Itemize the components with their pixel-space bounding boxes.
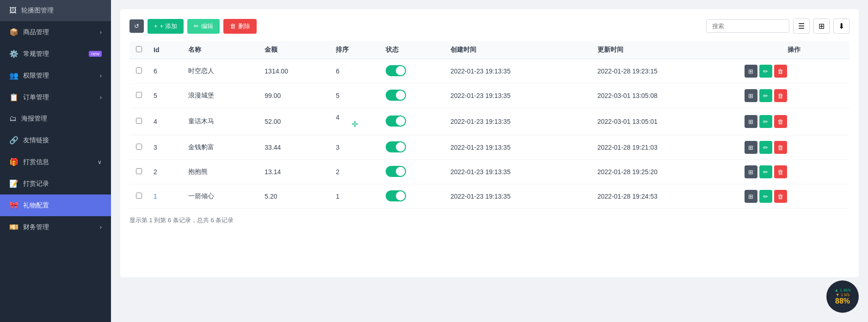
row-edit-button[interactable]: ✏	[759, 89, 772, 102]
row-amount: 13.14	[259, 160, 330, 184]
search-input[interactable]	[706, 19, 789, 33]
trash-icon: 🗑	[230, 23, 236, 30]
detail-button[interactable]: ⊞	[745, 89, 757, 102]
row-edit-button[interactable]: ✏	[759, 190, 772, 203]
row-delete-button[interactable]: 🗑	[774, 141, 787, 154]
row-created: 2022-01-23 19:13:35	[445, 59, 592, 84]
row-amount: 5.20	[259, 184, 330, 209]
row-checkbox[interactable]	[136, 168, 142, 174]
sidebar-item-label: 海报管理	[21, 115, 47, 123]
sidebar-item-label: 商品管理	[23, 28, 49, 36]
sidebar-item-label: 礼物配置	[23, 201, 49, 210]
toolbar: ↺ + + 添加 ✏ 编辑 🗑 删除 ☰ ⊞ ⬇	[129, 18, 850, 34]
chevron-right-icon: ›	[100, 73, 102, 79]
sidebar-item-banner[interactable]: 🖼 轮播图管理	[0, 0, 111, 21]
sidebar-item-label: 轮播图管理	[21, 6, 54, 15]
detail-button[interactable]: ⊞	[745, 115, 757, 128]
edit-button[interactable]: ✏ 编辑	[187, 19, 220, 34]
row-name: 浪漫城堡	[183, 84, 259, 108]
sidebar-item-friend-link[interactable]: 🔗 友情链接	[0, 129, 111, 151]
row-delete-button[interactable]: 🗑	[774, 65, 787, 78]
row-amount: 33.44	[259, 135, 330, 160]
sidebar-item-reward-record[interactable]: 📝 打赏记录	[0, 173, 111, 194]
sidebar-item-label: 常规管理	[23, 50, 49, 58]
export-button[interactable]: ⬇	[833, 18, 850, 34]
data-table: Id 名称 金额 排序 状态 创建时间 更新时间 操作 6 时空恋人 131	[129, 41, 850, 209]
row-name: 抱抱熊	[183, 160, 259, 184]
content-area: ↺ + + 添加 ✏ 编辑 🗑 删除 ☰ ⊞ ⬇	[111, 0, 868, 322]
row-id: 3	[148, 135, 183, 160]
row-delete-button[interactable]: 🗑	[774, 190, 787, 203]
row-status	[380, 184, 445, 209]
chevron-down-icon: ∨	[98, 159, 102, 165]
detail-button[interactable]: ⊞	[745, 141, 757, 154]
sidebar-item-reward-info[interactable]: 🎁 打赏信息 ∨	[0, 151, 111, 173]
add-button[interactable]: + + 添加	[148, 19, 184, 34]
card: ↺ + + 添加 ✏ 编辑 🗑 删除 ☰ ⊞ ⬇	[120, 9, 859, 277]
row-edit-button[interactable]: ✏	[759, 115, 772, 128]
row-status	[380, 160, 445, 184]
sidebar-item-general[interactable]: ⚙️ 常规管理 new	[0, 43, 111, 65]
row-checkbox-cell	[129, 108, 148, 135]
banner-icon: 🖼	[9, 6, 17, 15]
status-toggle[interactable]	[386, 115, 406, 127]
detail-button[interactable]: ⊞	[745, 190, 757, 203]
status-toggle[interactable]	[386, 65, 406, 76]
row-checkbox[interactable]	[136, 193, 142, 199]
sidebar-item-gift-config[interactable]: 🎀 礼物配置	[0, 194, 111, 216]
table-row: 3 金钱豹富 33.44 3 2022-01-23 19:13:35 2022-…	[129, 135, 850, 160]
row-id: 2	[148, 160, 183, 184]
permission-icon: 👥	[9, 71, 18, 80]
sidebar-item-label: 权限管理	[23, 72, 49, 80]
sidebar-item-label: 财务管理	[23, 223, 49, 231]
select-all-checkbox[interactable]	[136, 46, 142, 52]
table-body: 6 时空恋人 1314.00 6 2022-01-23 19:13:35 202…	[129, 59, 850, 209]
refresh-button[interactable]: ↺	[129, 19, 144, 33]
row-updated: 2022-01-28 19:23:15	[592, 59, 739, 84]
detail-button[interactable]: ⊞	[745, 165, 757, 178]
row-checkbox[interactable]	[136, 67, 142, 73]
row-checkbox[interactable]	[136, 144, 142, 150]
row-delete-button[interactable]: 🗑	[774, 89, 787, 102]
row-checkbox[interactable]	[136, 118, 142, 124]
row-checkbox-cell	[129, 160, 148, 184]
row-actions: ⊞ ✏ 🗑	[739, 108, 850, 135]
row-checkbox[interactable]	[136, 92, 142, 98]
select-all-header	[129, 41, 148, 59]
row-checkbox-cell	[129, 59, 148, 84]
row-name: 童话木马	[183, 108, 259, 135]
row-status	[380, 108, 445, 135]
col-name: 名称	[183, 41, 259, 59]
row-name: 时空恋人	[183, 59, 259, 84]
gift-icon: 🎀	[9, 201, 18, 210]
grid-view-button[interactable]: ⊞	[813, 18, 830, 34]
status-toggle[interactable]	[386, 90, 406, 101]
sidebar-item-finance[interactable]: 💴 财务管理 ›	[0, 216, 111, 238]
row-created: 2022-01-23 19:13:35	[445, 184, 592, 209]
row-delete-button[interactable]: 🗑	[774, 115, 787, 128]
status-toggle[interactable]	[386, 141, 406, 152]
row-edit-button[interactable]: ✏	[759, 141, 772, 154]
row-created: 2022-01-23 19:13:35	[445, 108, 592, 135]
list-view-button[interactable]: ☰	[793, 18, 810, 34]
sidebar-item-poster[interactable]: 🗂 海报管理	[0, 108, 111, 129]
sidebar-item-permission[interactable]: 👥 权限管理 ›	[0, 65, 111, 86]
row-edit-button[interactable]: ✏	[759, 165, 772, 178]
row-edit-button[interactable]: ✏	[759, 65, 772, 78]
sidebar-item-order[interactable]: 📋 订单管理 ›	[0, 86, 111, 108]
pagination-text: 显示第 1 到第 6 条记录，总共 6 条记录	[129, 216, 850, 225]
col-status: 状态	[380, 41, 445, 59]
status-toggle[interactable]	[386, 190, 406, 201]
status-toggle[interactable]	[386, 166, 406, 177]
record-icon: 📝	[9, 179, 18, 188]
sidebar-item-product[interactable]: 📦 商品管理 ›	[0, 21, 111, 43]
sidebar-item-label: 打赏信息	[23, 158, 49, 166]
gear-icon: ⚙️	[9, 49, 18, 58]
delete-button[interactable]: 🗑 删除	[223, 19, 257, 34]
detail-button[interactable]: ⊞	[745, 65, 757, 78]
row-amount: 52.00	[259, 108, 330, 135]
row-sort: 3	[330, 135, 380, 160]
reward-icon: 🎁	[9, 158, 18, 166]
row-delete-button[interactable]: 🗑	[774, 165, 787, 178]
row-sort: 4✛	[330, 108, 380, 135]
